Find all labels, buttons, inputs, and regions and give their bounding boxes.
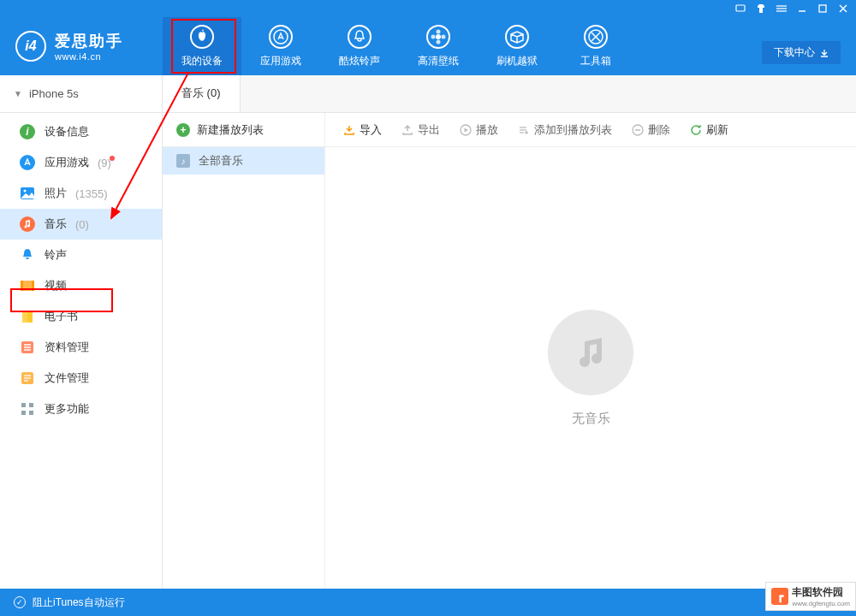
minimize-icon[interactable] xyxy=(796,3,808,15)
svg-point-19 xyxy=(20,155,35,170)
titlebar xyxy=(0,0,856,17)
content-row: ♪ 全部音乐 无音乐 xyxy=(163,147,856,589)
main: 音乐 (0) + 新建播放列表 导入 导出 xyxy=(163,75,856,589)
wrench-icon xyxy=(584,25,608,49)
sidebar-item-info[interactable]: i设备信息 xyxy=(0,116,162,147)
empty-music-icon xyxy=(548,310,633,395)
sidebar-item-grid[interactable]: 更多功能 xyxy=(0,394,162,424)
import-icon xyxy=(342,123,355,136)
svg-rect-26 xyxy=(22,311,27,323)
sidebar: ▼ iPhone 5s i设备信息应用游戏(9)照片(1355)音乐(0)铃声视… xyxy=(0,75,163,589)
watermark-logo-icon: ┏ xyxy=(771,588,788,605)
svg-rect-27 xyxy=(27,311,33,323)
photo-icon xyxy=(19,185,36,202)
grid-icon xyxy=(19,400,36,418)
video-icon xyxy=(19,277,36,294)
nav-apple[interactable]: 我的设备 xyxy=(163,17,241,75)
device-selector[interactable]: ▼ iPhone 5s xyxy=(0,75,162,113)
svg-point-12 xyxy=(431,34,436,38)
music-icon xyxy=(19,216,36,233)
plus-icon: + xyxy=(176,123,190,137)
delete-icon xyxy=(631,123,644,136)
sidebar-item-appstore[interactable]: 应用游戏(9) xyxy=(0,147,162,178)
tab-music[interactable]: 音乐 (0) xyxy=(163,74,241,112)
svg-point-13 xyxy=(442,34,446,38)
appstore-icon xyxy=(269,25,293,49)
data-icon xyxy=(19,339,36,356)
empty-state: 无音乐 xyxy=(325,147,856,589)
svg-point-9 xyxy=(436,34,441,39)
header: i4 爱思助手 www.i4.cn 我的设备应用游戏酷炫铃声高清壁纸刷机越狱工具… xyxy=(0,17,856,75)
export-button[interactable]: 导出 xyxy=(401,122,440,138)
svg-point-11 xyxy=(437,39,441,44)
sidebar-item-book[interactable]: 电子书 xyxy=(0,301,162,332)
playlist-item-all[interactable]: ♪ 全部音乐 xyxy=(163,147,324,175)
sidebar-item-bell[interactable]: 铃声 xyxy=(0,240,162,270)
maximize-icon[interactable] xyxy=(817,3,829,15)
footer-itunes-label: 阻止iTunes自动运行 xyxy=(33,595,125,610)
skin-icon[interactable] xyxy=(755,3,767,15)
svg-point-21 xyxy=(24,190,27,192)
app-name: 爱思助手 xyxy=(55,31,123,51)
list-add-icon xyxy=(517,123,530,136)
sidebar-item-file[interactable]: 文件管理 xyxy=(0,363,162,394)
footer-itunes-toggle[interactable]: ✓ 阻止iTunes自动运行 xyxy=(14,595,125,610)
file-icon xyxy=(19,370,36,387)
nav-flower[interactable]: 高清壁纸 xyxy=(399,17,478,75)
sidebar-item-photo[interactable]: 照片(1355) xyxy=(0,178,162,209)
import-button[interactable]: 导入 xyxy=(342,122,382,138)
bell-icon xyxy=(348,25,372,49)
refresh-button[interactable]: 刷新 xyxy=(689,122,728,138)
bell-icon xyxy=(19,246,36,264)
nav-box[interactable]: 刷机越狱 xyxy=(478,17,556,75)
appstore-icon xyxy=(19,154,36,171)
toolbar: 导入 导出 播放 添加到播放列表 删除 xyxy=(325,113,856,146)
sidebar-item-data[interactable]: 资料管理 xyxy=(0,332,162,363)
chevron-down-icon: ▼ xyxy=(14,89,22,98)
new-playlist-button[interactable]: + 新建播放列表 xyxy=(163,113,324,147)
play-button[interactable]: 播放 xyxy=(459,122,498,138)
main-nav: 我的设备应用游戏酷炫铃声高清壁纸刷机越狱工具箱 xyxy=(163,17,635,75)
check-icon: ✓ xyxy=(14,596,26,608)
add-to-playlist-button[interactable]: 添加到播放列表 xyxy=(517,122,612,138)
nav-bell[interactable]: 酷炫铃声 xyxy=(320,17,399,75)
tabbar: 音乐 (0) xyxy=(163,75,856,113)
playlist-list: ♪ 全部音乐 xyxy=(163,147,325,589)
watermark: ┏ 丰图软件园 www.dgfengtu.com xyxy=(765,582,856,611)
logo[interactable]: i4 爱思助手 www.i4.cn xyxy=(0,31,163,62)
menu-icon[interactable] xyxy=(776,3,788,15)
sidebar-item-music[interactable]: 音乐(0) xyxy=(0,209,162,240)
download-center-button[interactable]: 下载中心 xyxy=(762,41,841,64)
svg-point-10 xyxy=(437,29,441,33)
app-url: www.i4.cn xyxy=(55,51,123,62)
empty-label: 无音乐 xyxy=(572,411,610,427)
playlist-column-header: + 新建播放列表 xyxy=(163,113,325,146)
play-icon xyxy=(459,123,472,136)
new-playlist-label: 新建播放列表 xyxy=(197,122,264,138)
logo-badge-icon: i4 xyxy=(15,31,46,62)
refresh-icon xyxy=(689,123,702,136)
book-icon xyxy=(19,308,36,325)
close-icon[interactable] xyxy=(837,3,849,15)
svg-point-22 xyxy=(20,216,35,232)
sidebar-item-video[interactable]: 视频 xyxy=(0,270,162,301)
svg-rect-5 xyxy=(819,5,826,12)
delete-button[interactable]: 删除 xyxy=(631,122,670,138)
body: ▼ iPhone 5s i设备信息应用游戏(9)照片(1355)音乐(0)铃声视… xyxy=(0,75,856,589)
device-name: iPhone 5s xyxy=(29,87,79,100)
download-icon xyxy=(820,49,829,57)
watermark-name: 丰图软件园 xyxy=(792,585,850,600)
svg-rect-39 xyxy=(29,411,33,415)
tab-label: 音乐 (0) xyxy=(181,86,221,101)
apple-icon xyxy=(190,25,214,49)
nav-wrench[interactable]: 工具箱 xyxy=(556,17,635,75)
chat-icon[interactable] xyxy=(734,3,746,15)
svg-rect-37 xyxy=(29,403,33,407)
playlist-all-label: 全部音乐 xyxy=(199,153,243,169)
svg-rect-0 xyxy=(736,5,745,11)
music-list-icon: ♪ xyxy=(176,154,190,168)
svg-rect-36 xyxy=(21,403,26,407)
nav-appstore[interactable]: 应用游戏 xyxy=(241,17,320,75)
watermark-url: www.dgfengtu.com xyxy=(792,600,850,607)
download-center-label: 下载中心 xyxy=(774,45,815,60)
